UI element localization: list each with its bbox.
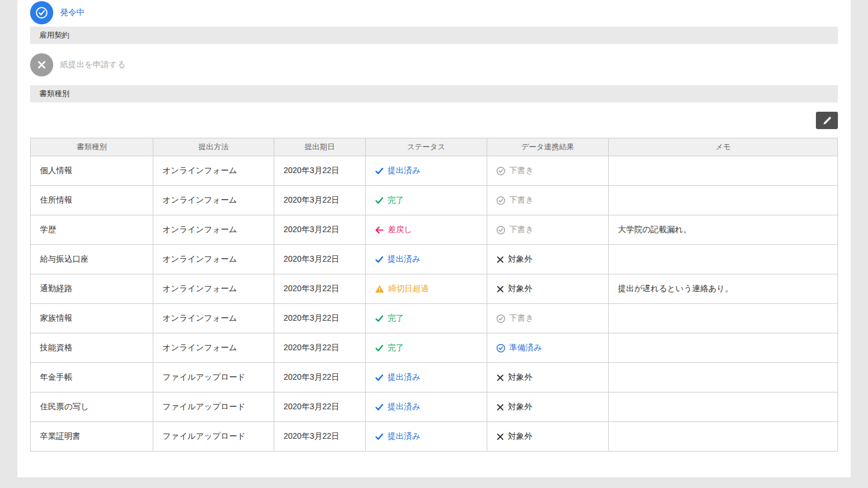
link-result-label: 下書き [509, 313, 534, 324]
cell-document-type: 通勤経路 [31, 274, 153, 304]
cell-submission-method: オンラインフォーム [153, 304, 274, 333]
cell-status: 差戻し [366, 215, 487, 245]
x-mark-icon [496, 374, 504, 381]
status-label: 完了 [388, 195, 404, 206]
cell-submission-method: ファイルアップロード [153, 392, 274, 422]
link-result-label: 準備済み [509, 343, 542, 353]
cell-memo: 提出が遅れるという連絡あり。 [609, 274, 838, 304]
x-icon [36, 60, 47, 70]
x-mark-icon [496, 285, 504, 293]
section-header-document-type: 書類種別 [30, 85, 838, 102]
cell-due-date: 2020年3月22日 [274, 422, 366, 452]
cell-memo [609, 245, 838, 274]
table-row: 技能資格 オンラインフォーム 2020年3月22日 完了 準備済み [31, 333, 838, 363]
column-header-document-type: 書類種別 [31, 138, 153, 156]
x-mark-icon [496, 256, 504, 263]
document-table-header: 書類種別 提出方法 提出期日 ステータス データ連携結果 メモ [31, 138, 838, 156]
check-icon [375, 433, 384, 441]
table-row: 住民票の写し ファイルアップロード 2020年3月22日 提出済み 対象外 [31, 392, 838, 422]
cell-due-date: 2020年3月22日 [274, 304, 366, 333]
section-header-employment-contract: 雇用契約 [30, 27, 838, 44]
check-icon [375, 374, 384, 381]
cell-status: 提出済み [366, 392, 487, 422]
column-header-memo: メモ [609, 138, 838, 156]
cell-document-type: 給与振込口座 [31, 245, 153, 274]
cell-document-type: 住所情報 [31, 186, 153, 215]
status-label: 提出済み [388, 166, 420, 176]
column-header-submission-method: 提出方法 [153, 138, 274, 156]
cell-data-link-result: 下書き [487, 186, 609, 215]
cell-data-link-result: 下書き [487, 304, 609, 333]
status-label: 差戻し [388, 225, 412, 235]
status-label: 提出済み [388, 372, 420, 383]
column-header-status: ステータス [366, 138, 487, 156]
cell-due-date: 2020年3月22日 [274, 186, 366, 215]
cell-document-type: 学歴 [31, 215, 153, 245]
cell-memo [609, 304, 838, 333]
table-row: 給与振込口座 オンラインフォーム 2020年3月22日 提出済み 対象外 [31, 245, 838, 274]
link-result-label: 下書き [509, 195, 534, 206]
cell-memo [609, 363, 838, 392]
cell-document-type: 住民票の写し [31, 392, 153, 422]
check-icon [375, 167, 384, 175]
section-header-label: 書類種別 [39, 89, 69, 99]
cell-document-type: 技能資格 [31, 333, 153, 363]
document-table-body: 個人情報 オンラインフォーム 2020年3月22日 提出済み 下書き 住所情報 … [31, 156, 838, 452]
check-icon [375, 403, 384, 411]
table-toolbar [30, 112, 838, 129]
cell-status: 完了 [366, 304, 487, 333]
warning-icon [375, 285, 384, 293]
circle-check-icon [496, 314, 505, 323]
cell-submission-method: ファイルアップロード [153, 422, 274, 452]
cell-status: 提出済み [366, 245, 487, 274]
edit-button[interactable] [816, 112, 838, 129]
cell-document-type: 卒業証明書 [31, 422, 153, 452]
paper-submission-action[interactable]: 紙提出を申請する [30, 53, 838, 76]
cell-status: 提出済み [366, 156, 487, 186]
document-table: 書類種別 提出方法 提出期日 ステータス データ連携結果 メモ 個人情報 オンラ… [30, 138, 838, 452]
cell-due-date: 2020年3月22日 [274, 156, 366, 186]
status-label: 提出済み [388, 254, 420, 265]
link-result-label: 対象外 [508, 402, 532, 412]
table-row: 個人情報 オンラインフォーム 2020年3月22日 提出済み 下書き [31, 156, 838, 186]
circle-check-icon [496, 167, 505, 175]
cell-memo [609, 422, 838, 452]
cell-data-link-result: 下書き [487, 156, 609, 186]
content-card: 発令中 雇用契約 紙提出を申請する 書類種別 書類種別 提出方法 [17, 0, 851, 478]
cell-data-link-result: 対象外 [487, 392, 609, 422]
check-icon [375, 197, 384, 204]
link-result-label: 対象外 [508, 254, 532, 265]
cell-data-link-result: 下書き [487, 215, 609, 245]
cell-document-type: 家族情報 [31, 304, 153, 333]
clock-check-icon [35, 6, 48, 19]
status-label: 提出済み [388, 431, 420, 442]
link-result-label: 下書き [509, 166, 534, 176]
cell-due-date: 2020年3月22日 [274, 245, 366, 274]
cell-data-link-result: 対象外 [487, 363, 609, 392]
cell-submission-method: オンラインフォーム [153, 186, 274, 215]
cell-status: 締切日超過 [366, 274, 487, 304]
table-row: 年金手帳 ファイルアップロード 2020年3月22日 提出済み 対象外 [31, 363, 838, 392]
cell-due-date: 2020年3月22日 [274, 215, 366, 245]
status-label: 提出済み [388, 402, 420, 412]
cell-memo [609, 333, 838, 363]
cell-data-link-result: 対象外 [487, 274, 609, 304]
cell-data-link-result: 対象外 [487, 245, 609, 274]
table-row: 家族情報 オンラインフォーム 2020年3月22日 完了 下書き [31, 304, 838, 333]
table-row: 通勤経路 オンラインフォーム 2020年3月22日 締切日超過 対象外 提出が遅… [31, 274, 838, 304]
cell-submission-method: オンラインフォーム [153, 274, 274, 304]
issuance-status-row: 発令中 [30, 0, 838, 24]
issuance-status-badge [30, 1, 53, 24]
cell-due-date: 2020年3月22日 [274, 274, 366, 304]
column-header-due-date: 提出期日 [274, 138, 366, 156]
x-mark-icon [496, 403, 504, 411]
cell-due-date: 2020年3月22日 [274, 333, 366, 363]
cell-status: 完了 [366, 333, 487, 363]
issuance-status-link[interactable]: 発令中 [60, 8, 84, 18]
cell-memo [609, 186, 838, 215]
circle-check-icon [496, 196, 505, 205]
cell-status: 完了 [366, 186, 487, 215]
cell-submission-method: ファイルアップロード [153, 363, 274, 392]
paper-submission-label: 紙提出を申請する [60, 60, 126, 70]
circle-check-icon [496, 226, 505, 234]
